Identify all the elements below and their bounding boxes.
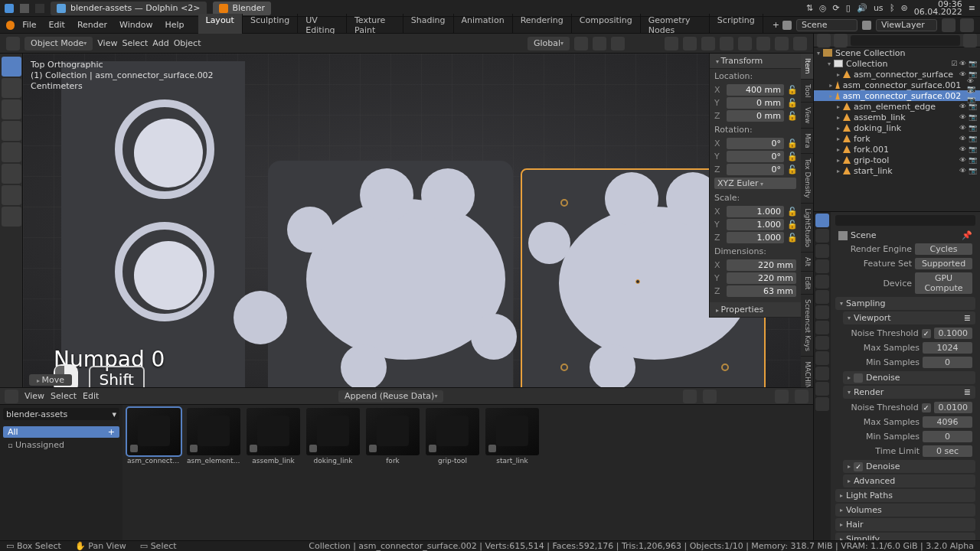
asset-thumbnail[interactable]: grip-tool xyxy=(424,408,481,465)
asset-thumbnail[interactable]: asm_element_edge xyxy=(185,408,242,465)
section-volumes[interactable]: Volumes xyxy=(835,504,975,517)
npanel-tab[interactable]: View xyxy=(801,103,813,129)
outliner-row[interactable]: ▾ Scene Collection xyxy=(814,47,980,58)
gizmo-icon[interactable] xyxy=(683,37,697,51)
os-logo-icon[interactable] xyxy=(5,4,14,13)
outliner-row[interactable]: ▸fork.001👁 📷 xyxy=(814,144,980,155)
tray-icon[interactable]: ⟳ xyxy=(833,3,840,13)
render-engine-dropdown[interactable]: Cycles xyxy=(915,243,972,255)
r-noise-val[interactable]: 0.0100 xyxy=(934,402,973,413)
outliner-row[interactable]: ▸asm_connector_surface.002👁 📷 xyxy=(814,90,980,101)
workspace-tab[interactable]: Layout xyxy=(198,14,243,37)
vp-min-samples[interactable]: 0 xyxy=(923,357,972,368)
visibility-icon[interactable] xyxy=(665,37,678,51)
vp-noise-val[interactable]: 0.1000 xyxy=(934,328,973,339)
prop-tab-modifier[interactable] xyxy=(815,305,829,319)
proportional-icon[interactable] xyxy=(611,37,625,51)
viewport-3d[interactable]: Top Orthographic (1) Collection | asm_co… xyxy=(23,54,813,387)
tray-icon[interactable]: ◎ xyxy=(819,3,827,13)
asset-menu-select[interactable]: Select xyxy=(51,391,77,401)
scene-field[interactable]: Scene xyxy=(796,19,858,31)
npanel-tab[interactable]: Tool xyxy=(801,80,813,103)
workspace-tab[interactable]: Compositing xyxy=(572,14,641,37)
menu-file[interactable]: File xyxy=(18,18,41,31)
loc-z[interactable]: 0 mm xyxy=(727,110,784,122)
bluetooth-icon[interactable]: ᛒ xyxy=(890,3,895,13)
shading-rendered-icon[interactable] xyxy=(793,37,807,51)
taskbar-app-dolphin[interactable]: blender-assets — Dolphin <2> xyxy=(51,2,207,15)
workspace-tab[interactable]: Shading xyxy=(403,14,454,37)
pivot-icon[interactable] xyxy=(574,37,588,51)
menu-render[interactable]: Render xyxy=(73,18,112,31)
workspace-tab[interactable]: Sculpting xyxy=(243,14,298,37)
prop-tab-constraints[interactable] xyxy=(815,351,829,365)
outliner-row[interactable]: ▸doking_link👁 📷 xyxy=(814,122,980,133)
section-r-denoise[interactable]: ✓ Denoise xyxy=(843,460,975,473)
blender-logo-icon[interactable] xyxy=(6,21,15,30)
new-icon[interactable] xyxy=(942,18,956,32)
mode-dropdown[interactable]: Object Mode xyxy=(24,37,93,51)
scl-x[interactable]: 1.000 xyxy=(727,206,784,217)
keyboard-layout[interactable]: us xyxy=(874,3,884,13)
outliner-row[interactable]: ▸asm_connector_surface👁 📷 xyxy=(814,69,980,80)
tool-select-box[interactable] xyxy=(2,57,21,77)
menu-add[interactable]: Add xyxy=(152,38,168,48)
tray-icon[interactable]: ▯ xyxy=(846,3,851,13)
dim-z[interactable]: 63 mm xyxy=(727,285,796,297)
editor-type-icon[interactable] xyxy=(5,390,18,403)
wifi-icon[interactable]: ⊚ xyxy=(901,3,908,13)
rotation-mode[interactable]: XYZ Euler xyxy=(714,178,796,189)
prop-tab-world[interactable] xyxy=(815,275,829,289)
shading-solid-icon[interactable] xyxy=(756,37,770,51)
feature-set-dropdown[interactable]: Supported xyxy=(915,258,972,269)
outliner-row[interactable]: ▸start_link👁 📷 xyxy=(814,165,980,176)
snap-icon[interactable] xyxy=(593,37,606,51)
rot-z[interactable]: 0° xyxy=(727,164,784,175)
outliner-row[interactable]: ▸asm_element_edge👁 📷 xyxy=(814,101,980,112)
outliner-row[interactable]: ▾ Collection ☑ 👁 📷 xyxy=(814,58,980,69)
shading-wire-icon[interactable] xyxy=(738,37,752,51)
section-simplify[interactable]: Simplify xyxy=(835,533,975,540)
overlay-icon[interactable] xyxy=(701,37,715,51)
loc-y[interactable]: 0 mm xyxy=(727,97,784,109)
npanel-tab[interactable]: Screencst Keys xyxy=(801,295,813,357)
asset-thumbnail[interactable]: doking_link xyxy=(305,408,361,465)
asset-thumbnail[interactable]: assemb_link xyxy=(245,408,302,465)
vp-max-samples[interactable]: 1024 xyxy=(923,342,972,354)
volume-icon[interactable]: 🔊 xyxy=(857,3,867,13)
r-time-limit[interactable]: 0 sec xyxy=(923,445,972,457)
properties-search[interactable] xyxy=(835,215,975,226)
npanel-tab[interactable]: Mira xyxy=(801,129,813,153)
npanel-tab[interactable]: LightStudio xyxy=(801,204,813,253)
workspace-add[interactable]: + xyxy=(773,20,779,30)
tray-icon[interactable]: ⇅ xyxy=(806,3,813,13)
section-vp-denoise[interactable]: Denoise xyxy=(843,371,975,384)
outliner-row[interactable]: ▸fork👁 📷 xyxy=(814,133,980,144)
asset-cat-all[interactable]: All+ xyxy=(3,426,119,438)
device-dropdown[interactable]: GPU Compute xyxy=(915,272,972,294)
display-grid-icon[interactable] xyxy=(683,390,697,403)
prop-tab-physics[interactable] xyxy=(815,336,829,350)
asset-menu-edit[interactable]: Edit xyxy=(83,391,99,401)
prop-tab-scene[interactable] xyxy=(815,259,829,273)
npanel-tab[interactable]: Item xyxy=(801,54,813,80)
workspace-tab[interactable]: Scripting xyxy=(710,14,763,37)
asset-thumbnail[interactable]: fork xyxy=(364,408,421,465)
desktop-switcher-icon[interactable] xyxy=(35,4,44,13)
asset-library-dropdown[interactable]: blender-assets▾ xyxy=(3,408,119,420)
editor-type-icon[interactable] xyxy=(817,34,831,47)
operator-panel[interactable]: Move xyxy=(29,374,72,386)
npanel-tab[interactable]: Edit xyxy=(801,272,813,295)
shading-matprev-icon[interactable] xyxy=(775,37,789,51)
asset-menu-view[interactable]: View xyxy=(24,391,44,401)
npanel-tab[interactable]: Alt xyxy=(801,253,813,272)
r-noise-check[interactable]: ✓ xyxy=(922,403,931,412)
outliner-row[interactable]: ▸assemb_link👁 📷 xyxy=(814,112,980,122)
editor-type-icon[interactable] xyxy=(6,37,20,51)
prop-tab-object[interactable] xyxy=(815,290,829,304)
prop-tab-material[interactable] xyxy=(815,382,829,396)
asset-import-method[interactable]: Append (Reuse Data) xyxy=(338,390,443,403)
r-min-samples[interactable]: 0 xyxy=(923,431,972,442)
asset-cat-unassigned[interactable]: ▫ Unassigned xyxy=(3,439,119,451)
tool-measure[interactable] xyxy=(2,207,21,227)
